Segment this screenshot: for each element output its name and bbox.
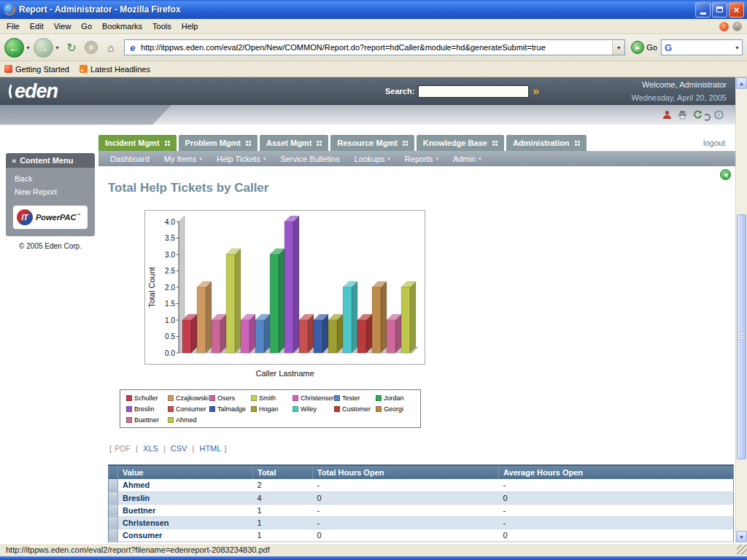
- return-back-icon[interactable]: ◀: [720, 169, 731, 180]
- site-search-input[interactable]: [418, 85, 529, 98]
- welcome-text: Welcome, Administrator: [632, 81, 727, 89]
- nav-item-label: Dashboard: [110, 155, 150, 163]
- nav-my-items[interactable]: My Items▾: [157, 155, 209, 163]
- print-icon[interactable]: [678, 110, 687, 120]
- table-row: Ahmed2--: [109, 479, 734, 491]
- minimize-button[interactable]: [695, 2, 711, 18]
- forward-dropdown-icon[interactable]: ▼: [55, 45, 60, 50]
- update-notification-icon[interactable]: ↑: [719, 22, 729, 31]
- legend-swatch: [126, 417, 132, 423]
- cell-value[interactable]: Christensen: [118, 516, 253, 529]
- legend-swatch: [209, 406, 215, 412]
- header-handle-cell: [109, 465, 118, 479]
- export-link-csv[interactable]: CSV: [171, 444, 187, 453]
- tab-resource-mgmt[interactable]: Resource Mgmt: [330, 135, 414, 151]
- info-icon[interactable]: i: [714, 110, 724, 120]
- chart-legend: SchullerCzajkowskiOsersSmithChristensenT…: [120, 389, 421, 428]
- menu-help[interactable]: Help: [177, 20, 204, 33]
- url-dropdown-button[interactable]: ▼: [612, 40, 624, 55]
- legend-entry: Customer: [334, 405, 376, 413]
- nav-service-bulletins[interactable]: Service Bulletins: [273, 155, 347, 163]
- live-bookmark-icon: [80, 65, 88, 73]
- back-dropdown-icon[interactable]: ▼: [26, 45, 31, 50]
- bookmark-getting-started[interactable]: Getting Started: [4, 65, 69, 74]
- nav-lookups[interactable]: Lookups▾: [347, 155, 398, 163]
- row-handle: [109, 516, 118, 529]
- close-button[interactable]: ×: [729, 2, 744, 18]
- legend-entry: Osers: [209, 394, 251, 402]
- stop-button[interactable]: ×: [82, 39, 100, 56]
- dropdown-caret-icon: ▾: [263, 156, 266, 162]
- nav-admin[interactable]: Admin▾: [446, 155, 489, 163]
- sidebar-item-new-report[interactable]: New Report: [6, 185, 95, 198]
- copyright-text: © 2005 Eden Corp.: [6, 242, 95, 250]
- search-engine-dropdown-icon[interactable]: ▼: [735, 45, 742, 50]
- menu-file[interactable]: File: [1, 20, 25, 33]
- site-search-label: Search:: [385, 87, 414, 96]
- back-button[interactable]: ←: [4, 38, 24, 58]
- home-button[interactable]: ⌂: [102, 39, 120, 56]
- chart-x-axis-label: Caller Lastname: [144, 369, 425, 378]
- search-engine-icon: G: [662, 42, 674, 53]
- tab-asset-mgmt[interactable]: Asset Mgmt: [260, 135, 328, 151]
- scroll-up-button[interactable]: ▲: [736, 77, 747, 89]
- status-text: http://itppws.eden.com/eval2/report?file…: [6, 545, 270, 554]
- cell-value[interactable]: Buettner: [118, 504, 253, 516]
- tab-label: Knowledge Base: [423, 139, 487, 147]
- tab-knowledge-base[interactable]: Knowledge Base: [417, 135, 504, 151]
- url-bar[interactable]: e ▼: [124, 39, 625, 55]
- bar-tester: [255, 320, 264, 353]
- web-search-input[interactable]: [674, 43, 735, 52]
- nav-reports[interactable]: Reports▾: [398, 155, 446, 163]
- logout-link[interactable]: logout: [703, 139, 725, 147]
- web-search-box[interactable]: G ▼: [661, 39, 743, 55]
- sidebar-item-back[interactable]: Back: [6, 172, 95, 185]
- header-total: Total: [253, 465, 313, 479]
- maximize-button[interactable]: [712, 2, 727, 18]
- cell-value[interactable]: Consumer: [118, 529, 253, 541]
- cell-value[interactable]: Breslin: [118, 491, 253, 504]
- header-diagonal-decoration: [0, 105, 171, 125]
- url-input[interactable]: [141, 41, 612, 54]
- nav-help-tickets[interactable]: Help Tickets▾: [209, 155, 273, 163]
- menu-tools[interactable]: Tools: [147, 20, 177, 33]
- cell-avg-hours: -: [499, 516, 734, 529]
- scroll-down-button[interactable]: ▼: [736, 531, 747, 542]
- tab-incident-mgmt[interactable]: Incident Mgmt: [98, 135, 177, 151]
- nav-dashboard[interactable]: Dashboard: [103, 155, 157, 163]
- cell-value[interactable]: Ahmed: [118, 479, 253, 491]
- menu-edit[interactable]: Edit: [25, 20, 49, 33]
- bookmark-latest-headlines[interactable]: Latest Headlines: [80, 65, 150, 74]
- legend-swatch: [334, 395, 340, 401]
- legend-entry: Christensen: [293, 394, 334, 402]
- export-link-xls[interactable]: XLS: [143, 444, 158, 453]
- bar-czajkowski: [197, 287, 206, 353]
- svg-text:3.5: 3.5: [165, 234, 175, 242]
- menu-go[interactable]: Go: [76, 20, 97, 33]
- content-menu-sidebar: » Content Menu BackNew Report IT PowerPA…: [6, 153, 95, 250]
- site-search-submit[interactable]: »: [533, 85, 537, 97]
- vertical-scrollbar[interactable]: ▲ ▼: [735, 77, 747, 542]
- reload-button[interactable]: ↻: [63, 39, 80, 56]
- svg-text:2.5: 2.5: [165, 267, 175, 275]
- resize-grip-icon[interactable]: [737, 545, 747, 555]
- legend-label: Talmadge: [217, 405, 246, 413]
- export-link-html[interactable]: HTML: [199, 444, 221, 453]
- cell-total-hours: -: [313, 516, 499, 529]
- menu-bookmarks[interactable]: Bookmarks: [97, 20, 147, 33]
- cell-total: 1: [253, 516, 313, 529]
- svg-text:i: i: [719, 112, 720, 118]
- bar-osers: [212, 320, 220, 353]
- refresh-icon[interactable]: [693, 110, 703, 120]
- cell-total-hours: -: [313, 504, 499, 516]
- user-icon[interactable]: [662, 110, 672, 120]
- cell-total-hours: -: [313, 479, 499, 491]
- menu-view[interactable]: View: [49, 20, 77, 33]
- scroll-thumb[interactable]: [737, 214, 746, 459]
- chevron-right-icon: »: [12, 156, 16, 165]
- forward-button[interactable]: →: [34, 38, 53, 58]
- module-tabs-row: Incident MgmtProblem MgmtAsset MgmtResou…: [98, 135, 725, 151]
- go-button[interactable]: ▶ Go: [630, 41, 659, 54]
- tab-problem-mgmt[interactable]: Problem Mgmt: [179, 135, 258, 151]
- tab-administration[interactable]: Administration: [506, 135, 587, 151]
